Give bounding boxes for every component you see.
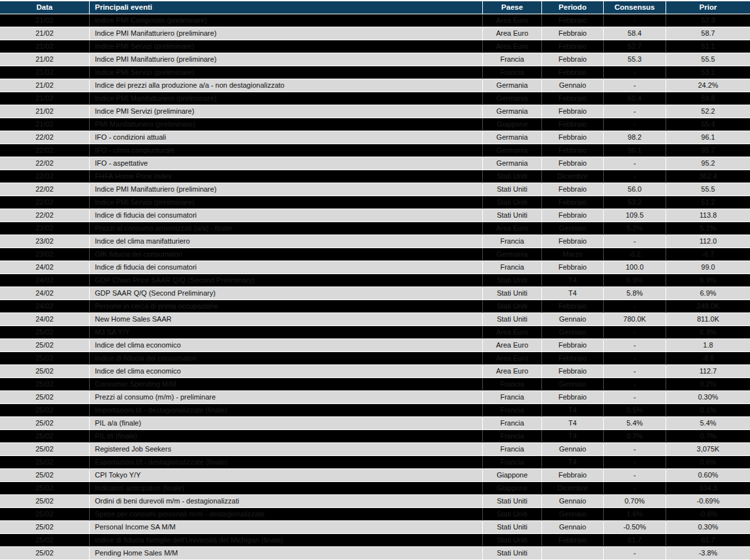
cell-consensus: 0.70% [604, 495, 666, 508]
cell-event: Indice di fiducia dei consumatori [90, 352, 483, 365]
cell-event: GDP SAAR Q/Q (Second Preliminary) [90, 287, 483, 300]
cell-country: Stati Uniti [483, 209, 542, 222]
table-row: 21/02Indice dei prezzi alla produzione a… [0, 79, 750, 92]
cell-period: Gennaio [542, 222, 604, 235]
column-header-prior: Prior [666, 1, 750, 14]
table-row: 25/02Spese per consumi personali m/m - d… [0, 508, 750, 521]
cell-date: 24/02 [0, 261, 90, 274]
cell-prior: 5.1% [666, 222, 750, 235]
cell-period: Dicembre [542, 170, 604, 183]
cell-event: PMI Manifatturiero (preliminare) [90, 118, 483, 131]
cell-consensus: 52.7 [604, 40, 666, 53]
cell-date: 22/02 [0, 144, 90, 157]
cell-date: 21/02 [0, 40, 90, 53]
cell-period: Febbraio [542, 469, 604, 482]
table-row: 22/02Indice PMI Servizi (preliminare)Sta… [0, 196, 750, 209]
cell-country: Giappone [483, 482, 542, 495]
cell-date: 25/02 [0, 456, 90, 469]
cell-country: Stati Uniti [483, 300, 542, 313]
cell-period: Febbraio [542, 14, 604, 27]
cell-event: Indice del clima economico [90, 339, 483, 352]
cell-period: Febbraio [542, 40, 604, 53]
table-row: 24/02Indice di fiducia dei consumatoriFr… [0, 261, 750, 274]
cell-country: Francia [483, 443, 542, 456]
cell-consensus: 61.7 [604, 534, 666, 547]
cell-consensus: - [604, 105, 666, 118]
cell-country: Stati Uniti [483, 196, 542, 209]
cell-period: Febbraio [542, 339, 604, 352]
cell-event: Prezzi al consumo (m/m) - preliminare [90, 391, 483, 404]
cell-period: Febbraio [542, 118, 604, 131]
cell-event: IFO - condizioni attuali [90, 131, 483, 144]
cell-date: 21/02 [0, 66, 90, 79]
cell-consensus: 58.4 [604, 27, 666, 40]
cell-prior: 0.1% [666, 404, 750, 417]
cell-consensus: - [604, 443, 666, 456]
cell-prior: 55.5 [666, 53, 750, 66]
cell-date: 23/02 [0, 222, 90, 235]
cell-prior: 6.9% [666, 287, 750, 300]
cell-period: Dicembre [542, 482, 604, 495]
cell-country: Giappone [483, 469, 542, 482]
cell-date: 25/02 [0, 391, 90, 404]
cell-event: Indice del clima economico [90, 365, 483, 378]
cell-period: T4 [542, 417, 604, 430]
cell-consensus: 0.5% [604, 404, 666, 417]
table-row: 21/02Indice PMI Composito (preliminare)A… [0, 14, 750, 27]
cell-event: Indice di fiducia dei consumatori [90, 261, 483, 274]
cell-consensus: - [604, 235, 666, 248]
table-row: 21/02Indice PMI Servizi (preliminare)Are… [0, 40, 750, 53]
cell-period: Gennaio [542, 508, 604, 521]
cell-prior: 95.2 [666, 157, 750, 170]
cell-event: Importazioni t/t - destagionalizzate (fi… [90, 404, 483, 417]
cell-period: Febbraio [542, 144, 604, 157]
cell-consensus: 6.9% [604, 274, 666, 287]
cell-event: IFO - clima congiunturale [90, 144, 483, 157]
cell-country: Area Euro [483, 40, 542, 53]
table-row: 21/02PMI Manifatturiero (preliminare)Gia… [0, 118, 750, 131]
cell-prior: 58.7 [666, 27, 750, 40]
cell-consensus: -0.50% [604, 521, 666, 534]
cell-date: 22/02 [0, 131, 90, 144]
cell-period: Gennaio [542, 313, 604, 326]
cell-consensus: - [604, 66, 666, 79]
cell-period: Gennaio [542, 521, 604, 534]
cell-country: Stati Uniti [483, 287, 542, 300]
cell-country: Stati Uniti [483, 183, 542, 196]
cell-date: 25/02 [0, 508, 90, 521]
cell-event: Indice PMI Servizi (preliminare) [90, 40, 483, 53]
cell-prior: 61.7 [666, 534, 750, 547]
cell-country: Stati Uniti [483, 547, 542, 560]
cell-prior: 0.30% [666, 391, 750, 404]
cell-country: Stati Uniti [483, 274, 542, 287]
cell-period: Febbraio [542, 66, 604, 79]
cell-consensus: -6.2 [604, 248, 666, 261]
table-row: 25/02Registered Job SeekersFranciaGennai… [0, 443, 750, 456]
cell-country: Germania [483, 92, 542, 105]
cell-event: Indice PMI Manifatturiero (preliminare) [90, 92, 483, 105]
cell-event: PIL t/t (finale) [90, 430, 483, 443]
cell-date: 25/02 [0, 495, 90, 508]
cell-event: Indice PMI Composito (preliminare) [90, 14, 483, 27]
table-row: 22/02IFO - clima congiunturaleGermaniaFe… [0, 144, 750, 157]
cell-period: Febbraio [542, 92, 604, 105]
cell-prior: 96.1 [666, 131, 750, 144]
events-table-body: 21/02Indice PMI Composito (preliminare)A… [0, 14, 750, 560]
cell-period: Febbraio [542, 183, 604, 196]
cell-consensus: 98.2 [604, 131, 666, 144]
cell-period: Febbraio [542, 53, 604, 66]
cell-country: Area Euro [483, 352, 542, 365]
cell-prior: 0.7% [666, 430, 750, 443]
cell-consensus: - [604, 339, 666, 352]
cell-prior: -6.7 [666, 248, 750, 261]
cell-event: FHFA Home Price Index [90, 170, 483, 183]
table-row: 25/02Indice di fiducia dei consumatoriAr… [0, 352, 750, 365]
table-row: 23/02GfK fiducia dei consumatoriGermania… [0, 248, 750, 261]
cell-consensus: - [604, 482, 666, 495]
cell-consensus: - [604, 157, 666, 170]
cell-consensus: - [604, 365, 666, 378]
cell-date: 25/02 [0, 339, 90, 352]
cell-period [542, 547, 604, 560]
table-row: 22/02FHFA Home Price IndexStati UnitiDic… [0, 170, 750, 183]
table-row: 25/02M3 SA Y/YArea EuroGennaio-6.9% [0, 326, 750, 339]
